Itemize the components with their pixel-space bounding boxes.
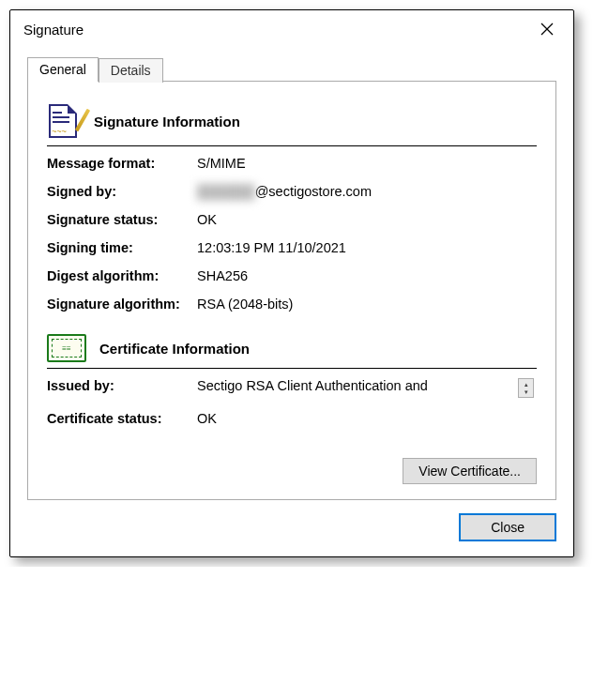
tab-strip: General Details — [27, 57, 556, 82]
value-issued-by: Sectigo RSA Client Authentication and — [197, 378, 518, 398]
certificate-rows: Issued by: Sectigo RSA Client Authentica… — [47, 378, 537, 426]
label-signing-time: Signing time: — [47, 240, 197, 255]
tabpanel-general: ~~~ Signature Information Message format… — [27, 81, 556, 500]
value-signed-by: ██████@sectigostore.com — [197, 184, 518, 199]
divider — [47, 368, 537, 369]
chevron-up-icon: ▴ — [525, 381, 528, 388]
label-signed-by: Signed by: — [47, 184, 197, 199]
value-signature-algorithm: RSA (2048-bits) — [197, 297, 518, 312]
signature-document-icon: ~~~ — [47, 102, 81, 140]
redacted-text: ██████ — [197, 184, 255, 199]
tab-details[interactable]: Details — [99, 58, 163, 83]
dialog-footer: Close — [27, 500, 556, 541]
value-signing-time: 12:03:19 PM 11/10/2021 — [197, 240, 518, 255]
signature-section-head: ~~~ Signature Information — [47, 102, 537, 140]
label-signature-algorithm: Signature algorithm: — [47, 297, 197, 312]
label-certificate-status: Certificate status: — [47, 411, 197, 426]
label-digest-algorithm: Digest algorithm: — [47, 268, 197, 283]
label-issued-by: Issued by: — [47, 378, 197, 398]
divider — [47, 145, 537, 146]
value-signature-status: OK — [197, 212, 518, 227]
certificate-section-title: Certificate Information — [99, 341, 250, 357]
label-signature-status: Signature status: — [47, 212, 197, 227]
signature-rows: Message format: S/MIME Signed by: ██████… — [47, 156, 537, 312]
signed-by-domain: @sectigostore.com — [255, 184, 372, 199]
close-button[interactable]: Close — [459, 513, 556, 541]
chevron-down-icon: ▾ — [525, 388, 528, 396]
label-message-format: Message format: — [47, 156, 197, 171]
view-certificate-button[interactable]: View Certificate... — [403, 458, 537, 484]
value-message-format: S/MIME — [197, 156, 518, 171]
signature-dialog: Signature General Details ~~~ S — [9, 9, 574, 557]
close-icon[interactable] — [532, 18, 562, 40]
issued-by-spinner[interactable]: ▴ ▾ — [518, 378, 534, 398]
titlebar: Signature — [10, 10, 573, 48]
window-title: Signature — [23, 22, 84, 38]
value-digest-algorithm: SHA256 — [197, 268, 518, 283]
signature-section-title: Signature Information — [94, 114, 240, 129]
value-certificate-status: OK — [197, 411, 518, 426]
client-area: General Details ~~~ Signature Informatio… — [10, 48, 573, 556]
certificate-section-head: ≡≡ Certificate Information — [47, 334, 537, 362]
certificate-icon: ≡≡ — [47, 334, 86, 362]
tab-general[interactable]: General — [27, 57, 99, 82]
